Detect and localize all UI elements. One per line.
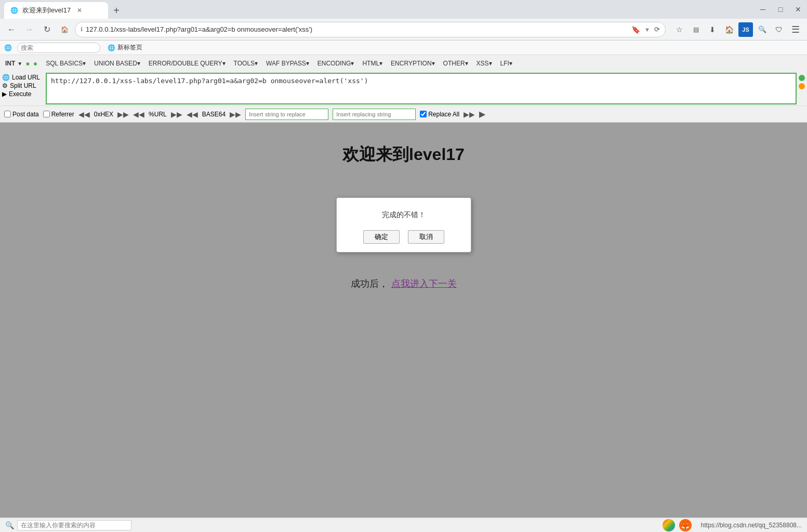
firefox-icon: 🦊: [679, 519, 692, 531]
status-search-input[interactable]: [17, 520, 131, 530]
address-box[interactable]: ℹ 127.0.0.1/xss-labs/level17.php?arg01=a…: [75, 22, 666, 37]
url-label[interactable]: %URL: [149, 111, 167, 118]
insert-string-input[interactable]: [245, 109, 328, 120]
back-button[interactable]: ←: [4, 22, 19, 37]
arrow-right-hex: ▶▶: [117, 110, 129, 118]
status-link: https://blog.csdn.net/qq_52358808...: [701, 522, 802, 529]
url-textarea[interactable]: http://127.0.0.1/xss-labs/level17.php?ar…: [46, 73, 797, 104]
maximize-button[interactable]: □: [776, 5, 785, 14]
hackbar-bottom: Post data Referrer ◀◀ 0xHEX ▶▶ ◀◀ %URL ▶…: [0, 105, 807, 122]
waf-bypass-menu[interactable]: WAF BYPASS▾: [263, 59, 312, 68]
dialog-message: 完成的不错！: [382, 210, 426, 220]
forward-button[interactable]: →: [22, 22, 36, 37]
hackbar-actions: 🌐 Load URL ⚙ Split URL ▶ Execute: [2, 73, 44, 104]
search-status-icon: 🔍: [5, 521, 14, 529]
dialog-buttons: 确定 取消: [363, 230, 444, 244]
insert-replacing-input[interactable]: [333, 109, 416, 120]
dialog-ok-button[interactable]: 确定: [363, 230, 400, 244]
title-bar: 🌐 欢迎来到level17 ✕ + ─ □ ✕: [0, 0, 807, 19]
split-url-icon: ⚙: [2, 82, 8, 89]
int-dropdown[interactable]: ▼: [17, 61, 22, 66]
encryption-menu[interactable]: ENCRYPTION▾: [388, 59, 438, 68]
chrome-icon: [663, 519, 675, 531]
dropdown-icon[interactable]: ▼: [644, 26, 650, 33]
home-nav-icon[interactable]: 🏠: [722, 22, 736, 37]
js-icon[interactable]: JS: [738, 22, 753, 37]
execute-replace-icon[interactable]: ▶: [479, 109, 485, 119]
hex-label[interactable]: 0xHEX: [94, 111, 113, 118]
address-bar-row: ← → ↻ 🏠 ℹ 127.0.0.1/xss-labs/level17.php…: [0, 19, 807, 41]
tab-title: 欢迎来到level17: [22, 6, 71, 15]
encoding-menu[interactable]: ENCODING▾: [314, 59, 358, 68]
post-data-checkbox[interactable]: [4, 111, 11, 117]
replace-all-check[interactable]: Replace All: [420, 111, 459, 118]
success-text: 成功后，: [351, 277, 388, 290]
int-label: INT: [5, 60, 15, 67]
lfi-menu[interactable]: LFI▾: [497, 59, 515, 68]
address-icons: 🔖 ▼ ⟳: [631, 25, 660, 34]
orange-dot-1[interactable]: [799, 83, 805, 89]
arrow-left-url: ◀◀: [133, 110, 144, 118]
address-text: 127.0.0.1/xss-labs/level17.php?arg01=a&a…: [86, 25, 628, 33]
hackbar: INT ▼ ● ● SQL BASICS▾ UNION BASED▾ ERROR…: [0, 55, 807, 123]
dialog-cancel-button[interactable]: 取消: [408, 230, 444, 244]
search-input[interactable]: [17, 43, 100, 53]
execute-row[interactable]: ▶ Execute: [2, 90, 44, 98]
load-url-icon: 🌐: [2, 74, 10, 81]
sql-basics-menu[interactable]: SQL BASICS▾: [43, 59, 89, 68]
execute-icon: ▶: [2, 90, 7, 98]
status-search-area: 🔍: [5, 520, 131, 530]
arrow-left-b64: ◀◀: [187, 110, 198, 118]
next-level-link[interactable]: 点我进入下一关: [391, 277, 457, 290]
green-dot-1[interactable]: [799, 75, 805, 81]
url-side-dots: [799, 73, 805, 104]
union-based-menu[interactable]: UNION BASED▾: [91, 59, 143, 68]
load-url-row[interactable]: 🌐 Load URL: [2, 74, 44, 81]
tab-bar: 🌐 欢迎来到level17 ✕ +: [4, 0, 125, 19]
browser-toolbar-icons: ☆ ▤ ⬇ 🏠 JS 🔍 🛡 ☰: [672, 22, 803, 37]
alert-dialog: 完成的不错！ 确定 取消: [336, 197, 471, 252]
active-tab[interactable]: 🌐 欢迎来到level17 ✕: [4, 2, 108, 19]
menu-icon[interactable]: ☰: [788, 22, 803, 37]
status-bar: 🔍 🦊 https://blog.csdn.net/qq_52358808...: [0, 517, 807, 532]
home-button[interactable]: 🏠: [57, 22, 72, 37]
load-url-label[interactable]: Load URL: [12, 74, 40, 81]
int-indicator: INT ▼ ● ●: [2, 58, 41, 69]
referrer-check[interactable]: Referrer: [43, 111, 74, 118]
reader-icon[interactable]: ▤: [689, 22, 703, 37]
shield-icon[interactable]: 🛡: [772, 22, 786, 37]
refresh-icon[interactable]: ⟳: [654, 25, 660, 33]
search-glass-icon[interactable]: 🔍: [755, 22, 770, 37]
globe-icon: 🌐: [108, 44, 115, 51]
b64-label[interactable]: BASE64: [202, 111, 226, 118]
minimize-button[interactable]: ─: [758, 5, 768, 14]
new-tab-button[interactable]: +: [108, 2, 125, 19]
replace-all-checkbox[interactable]: [420, 111, 427, 117]
tab-close-icon[interactable]: ✕: [77, 7, 82, 14]
arrow-right-b64: ▶▶: [230, 110, 241, 118]
url-area: 🌐 Load URL ⚙ Split URL ▶ Execute http://…: [2, 73, 805, 104]
arrow-right-url: ▶▶: [171, 110, 182, 118]
post-data-check[interactable]: Post data: [4, 111, 39, 118]
html-menu[interactable]: HTML▾: [359, 59, 386, 68]
success-area: 成功后， 点我进入下一关: [351, 277, 457, 290]
bookmarks-icon[interactable]: ☆: [672, 22, 686, 37]
referrer-checkbox[interactable]: [43, 111, 50, 117]
refresh-button[interactable]: ↻: [39, 22, 54, 37]
bookmark-icon[interactable]: 🔖: [631, 25, 640, 34]
tools-menu[interactable]: TOOLS▾: [231, 59, 261, 68]
window-controls: ─ □ ✕: [758, 5, 803, 14]
hackbar-menu-row: INT ▼ ● ● SQL BASICS▾ UNION BASED▾ ERROR…: [0, 55, 807, 72]
close-button[interactable]: ✕: [793, 5, 803, 14]
split-url-label[interactable]: Split URL: [10, 82, 36, 89]
new-tab-label[interactable]: 新标签页: [117, 43, 142, 52]
split-url-row[interactable]: ⚙ Split URL: [2, 82, 44, 89]
download-icon[interactable]: ⬇: [705, 22, 720, 37]
xss-menu[interactable]: XSS▾: [473, 59, 495, 68]
arrow-left-hex: ◀◀: [78, 110, 90, 118]
error-double-query-menu[interactable]: ERROR/DOUBLE QUERY▾: [145, 59, 229, 68]
execute-label[interactable]: Execute: [9, 90, 31, 98]
page-content: 欢迎来到level17 完成的不错！ 确定 取消 成功后， 点我进入下一关: [0, 123, 807, 532]
search-bar-row: 🌐 🌐 新标签页: [0, 41, 807, 55]
other-menu[interactable]: OTHER▾: [440, 59, 471, 68]
